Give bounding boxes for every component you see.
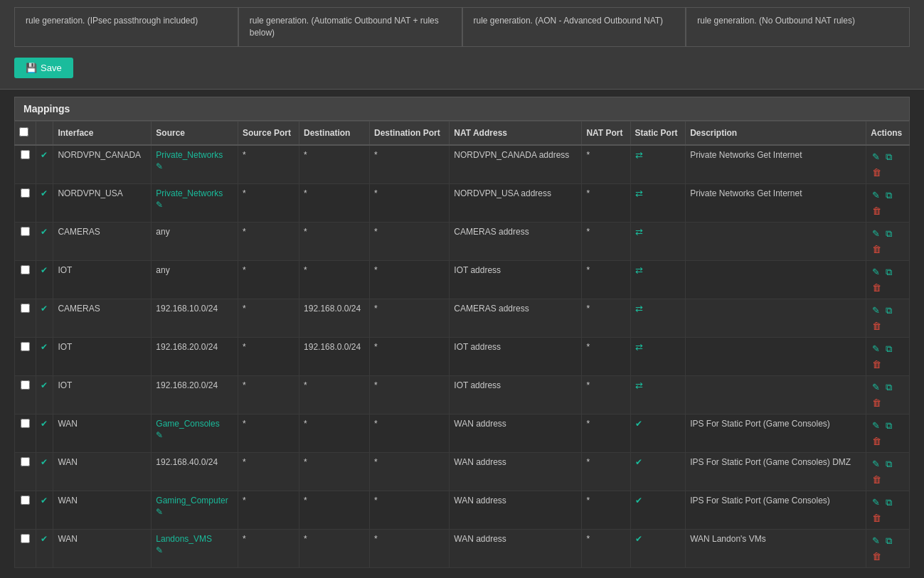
row-interface-cell: WAN — [53, 491, 152, 529]
table-row: ✔WAN192.168.40.0/24***WAN address*✔IPS F… — [15, 452, 910, 491]
row-checkbox[interactable] — [21, 265, 30, 274]
row-checkbox[interactable] — [21, 342, 30, 351]
source-link[interactable]: Landons_VMS — [156, 534, 233, 544]
col-actions: Actions — [866, 121, 910, 145]
row-static-port-cell: ⇄ — [630, 183, 686, 222]
shuffle-icon: ⇄ — [635, 380, 643, 391]
row-actions-cell: ✎ ⧉ 🗑 — [866, 299, 910, 337]
action-bottom-row: 🗑 — [871, 166, 883, 179]
row-checkbox[interactable] — [21, 380, 30, 390]
shuffle-icon: ⇄ — [635, 227, 643, 237]
nat-option-2[interactable]: rule generation. (Automatic Outbound NAT… — [238, 7, 462, 47]
row-checkbox[interactable] — [21, 419, 30, 428]
row-checkbox-cell — [15, 491, 36, 529]
delete-button[interactable]: 🗑 — [871, 358, 883, 371]
row-static-port-cell: ⇄ — [630, 375, 686, 414]
edit-button[interactable]: ✎ — [871, 265, 881, 279]
enabled-check-icon: ✔ — [41, 150, 48, 160]
nat-option-3[interactable]: rule generation. (AON - Advanced Outboun… — [462, 7, 686, 47]
row-checkbox-cell — [15, 337, 36, 375]
row-description-cell — [686, 375, 866, 414]
copy-button[interactable]: ⧉ — [884, 150, 893, 164]
row-checkbox[interactable] — [21, 188, 30, 198]
source-link[interactable]: Game_Consoles — [156, 419, 233, 429]
delete-button[interactable]: 🗑 — [871, 281, 883, 294]
delete-button[interactable]: 🗑 — [871, 396, 883, 410]
copy-button[interactable]: ⧉ — [884, 496, 893, 510]
source-link[interactable]: Gaming_Computer — [156, 496, 233, 505]
row-nat-address-cell: CAMERAS address — [450, 299, 582, 337]
row-checkbox[interactable] — [21, 496, 30, 505]
row-static-port-cell: ✔ — [630, 414, 686, 452]
copy-button[interactable]: ⧉ — [884, 265, 893, 279]
delete-button[interactable]: 🗑 — [871, 550, 883, 563]
delete-button[interactable]: 🗑 — [871, 204, 883, 218]
row-checkbox[interactable] — [21, 534, 30, 543]
row-actions-cell: ✎ ⧉ 🗑 — [866, 183, 910, 222]
row-checkbox[interactable] — [21, 150, 30, 159]
row-destination-port-cell: * — [369, 491, 449, 529]
row-enabled-cell: ✔ — [36, 529, 53, 567]
copy-button[interactable]: ⧉ — [884, 419, 893, 433]
table-row: ✔NORDVPN_CANADAPrivate_Networks✎***NORDV… — [15, 145, 910, 184]
row-actions-cell: ✎ ⧉ 🗑 — [866, 452, 910, 491]
action-icons: ✎ ⧉ 🗑 — [871, 457, 905, 486]
row-checkbox[interactable] — [21, 304, 30, 313]
action-top-row: ✎ ⧉ — [871, 227, 893, 241]
select-all-checkbox[interactable] — [19, 127, 28, 137]
row-enabled-cell: ✔ — [36, 491, 53, 529]
nat-option-4[interactable]: rule generation. (No Outbound NAT rules) — [686, 7, 910, 47]
copy-button[interactable]: ⧉ — [884, 457, 893, 471]
row-description-cell: Private Networks Get Internet — [686, 145, 866, 184]
edit-button[interactable]: ✎ — [871, 150, 881, 164]
nat-option-label-2: rule generation. (Automatic Outbound NAT… — [250, 16, 439, 38]
action-icons: ✎ ⧉ 🗑 — [871, 304, 905, 333]
row-enabled-cell: ✔ — [36, 145, 53, 184]
row-nat-port-cell: * — [582, 375, 630, 414]
enabled-check-icon: ✔ — [41, 534, 48, 544]
row-description-cell — [686, 337, 866, 375]
edit-button[interactable]: ✎ — [871, 304, 881, 317]
row-checkbox[interactable] — [21, 227, 30, 236]
delete-button[interactable]: 🗑 — [871, 434, 883, 448]
edit-button[interactable]: ✎ — [871, 227, 881, 240]
delete-button[interactable]: 🗑 — [871, 242, 883, 256]
row-nat-address-cell: IOT address — [450, 337, 582, 375]
row-source-port-cell: * — [238, 452, 299, 491]
row-source-cell: Gaming_Computer✎ — [152, 491, 238, 529]
row-checkbox-cell — [15, 529, 36, 567]
copy-button[interactable]: ⧉ — [884, 534, 893, 548]
edit-button[interactable]: ✎ — [871, 188, 881, 202]
action-top-row: ✎ ⧉ — [871, 457, 893, 471]
source-link[interactable]: Private_Networks — [156, 150, 233, 160]
row-destination-cell: * — [299, 183, 370, 222]
source-link[interactable]: Private_Networks — [156, 188, 233, 198]
edit-button[interactable]: ✎ — [871, 342, 881, 355]
edit-button[interactable]: ✎ — [871, 496, 881, 509]
row-checkbox-cell — [15, 183, 36, 222]
row-interface-cell: WAN — [53, 529, 152, 567]
copy-button[interactable]: ⧉ — [884, 304, 893, 318]
delete-button[interactable]: 🗑 — [871, 319, 883, 333]
delete-button[interactable]: 🗑 — [871, 473, 883, 486]
col-source-port: Source Port — [238, 121, 299, 145]
row-actions-cell: ✎ ⧉ 🗑 — [866, 491, 910, 529]
copy-button[interactable]: ⧉ — [884, 342, 893, 356]
copy-button[interactable]: ⧉ — [884, 380, 893, 395]
row-checkbox[interactable] — [21, 457, 30, 466]
edit-button[interactable]: ✎ — [871, 419, 881, 432]
row-source-port-cell: * — [238, 375, 299, 414]
copy-button[interactable]: ⧉ — [884, 227, 893, 241]
edit-button[interactable]: ✎ — [871, 534, 881, 547]
row-destination-cell: * — [299, 529, 370, 567]
save-button[interactable]: 💾 Save — [14, 58, 73, 78]
row-actions-cell: ✎ ⧉ 🗑 — [866, 529, 910, 567]
delete-button[interactable]: 🗑 — [871, 511, 883, 525]
copy-button[interactable]: ⧉ — [884, 188, 893, 203]
nat-option-1[interactable]: rule generation. (IPsec passthrough incl… — [14, 7, 238, 47]
edit-button[interactable]: ✎ — [871, 457, 881, 471]
table-row: ✔CAMERAS192.168.10.0/24*192.168.0.0/24*C… — [15, 299, 910, 337]
row-nat-port-cell: * — [582, 222, 630, 260]
delete-button[interactable]: 🗑 — [871, 166, 883, 179]
edit-button[interactable]: ✎ — [871, 380, 881, 394]
